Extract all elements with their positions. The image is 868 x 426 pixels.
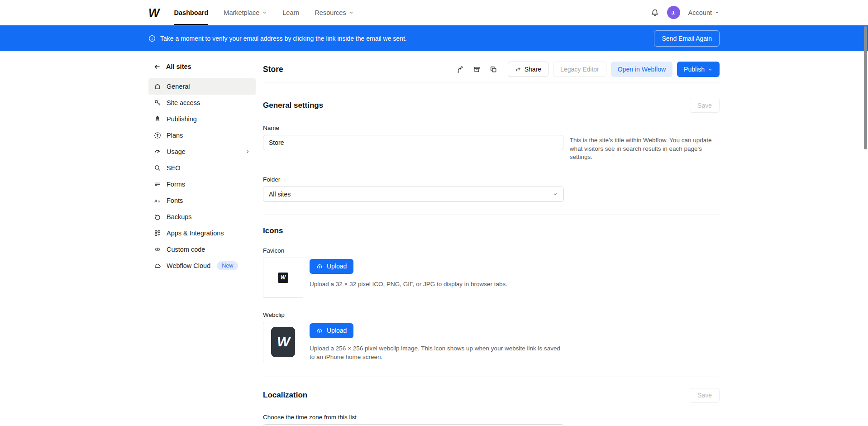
sidebar-item-seo[interactable]: SEO bbox=[148, 160, 256, 176]
search-icon bbox=[154, 164, 161, 172]
section-divider bbox=[263, 377, 720, 377]
nav-marketplace[interactable]: Marketplace bbox=[224, 0, 267, 25]
settings-sidebar: All sites General Site access Publishing… bbox=[148, 61, 256, 426]
localization-heading: Localization bbox=[263, 391, 307, 400]
general-save-button[interactable]: Save bbox=[690, 98, 720, 113]
email-verification-banner: Take a moment to verify your email addre… bbox=[0, 25, 868, 51]
nav-dashboard[interactable]: Dashboard bbox=[174, 0, 209, 25]
sidebar-items: General Site access Publishing Plans Usa… bbox=[148, 78, 256, 274]
section-divider bbox=[263, 215, 720, 215]
timezone-help-text: Time zone defaults to UTC, so setting it… bbox=[570, 424, 720, 426]
new-badge: New bbox=[217, 261, 238, 270]
site-toolbar: Share Legacy Editor Open in Webflow Publ… bbox=[454, 62, 720, 77]
webclip-image: W bbox=[271, 327, 295, 357]
chevron-down-icon bbox=[553, 191, 558, 197]
sidebar-item-fonts[interactable]: Aa Fonts bbox=[148, 192, 256, 209]
primary-nav: Dashboard Marketplace Learn Resources bbox=[174, 0, 354, 25]
upgrade-circle-icon bbox=[154, 132, 161, 139]
code-icon bbox=[154, 246, 161, 253]
site-settings-main: Store Share Legacy Editor Open in Webflo… bbox=[263, 61, 720, 426]
sidebar-item-apps-integrations[interactable]: Apps & Integrations bbox=[148, 225, 256, 241]
top-navigation: W Dashboard Marketplace Learn Resources … bbox=[0, 0, 868, 25]
name-label: Name bbox=[263, 124, 720, 131]
webflow-logo[interactable]: W bbox=[148, 7, 159, 19]
sidebar-item-backups[interactable]: Backups bbox=[148, 209, 256, 225]
general-settings-section: General settings Save Name This is the s… bbox=[263, 98, 720, 202]
arrow-left-icon bbox=[154, 63, 161, 70]
sidebar-item-publishing[interactable]: Publishing bbox=[148, 111, 256, 127]
notifications-button[interactable] bbox=[651, 9, 659, 17]
sidebar-item-forms[interactable]: Forms bbox=[148, 176, 256, 192]
form-lines-icon bbox=[154, 181, 161, 188]
publish-button[interactable]: Publish bbox=[677, 62, 720, 77]
apps-grid-icon bbox=[154, 230, 161, 237]
history-icon bbox=[154, 213, 161, 220]
account-menu[interactable]: Account bbox=[688, 9, 720, 16]
info-icon bbox=[148, 35, 156, 42]
legacy-editor-button[interactable]: Legacy Editor bbox=[553, 62, 606, 77]
chevron-down-icon bbox=[708, 67, 713, 72]
banner-message: Take a moment to verify your email addre… bbox=[160, 35, 407, 42]
folder-label: Folder bbox=[263, 176, 720, 183]
nav-resources[interactable]: Resources bbox=[315, 0, 353, 25]
webclip-label: Webclip bbox=[263, 311, 720, 318]
transfer-icon bbox=[456, 66, 464, 73]
favicon-preview: W bbox=[263, 258, 303, 298]
site-name-input[interactable] bbox=[263, 135, 563, 150]
home-icon bbox=[154, 83, 161, 90]
favicon-image: W bbox=[278, 273, 288, 283]
timezone-select[interactable]: [GMT+2:00] Europe/Paris bbox=[263, 424, 564, 426]
archive-icon bbox=[473, 66, 481, 73]
page-title: Store bbox=[263, 65, 283, 74]
avatar[interactable]: J. bbox=[667, 6, 680, 19]
duplicate-site-button[interactable] bbox=[487, 63, 500, 76]
svg-text:a: a bbox=[158, 199, 160, 203]
send-email-again-button[interactable]: Send Email Again bbox=[654, 30, 720, 47]
sidebar-item-general[interactable]: General bbox=[148, 78, 256, 95]
webclip-upload-button[interactable]: Upload bbox=[310, 323, 353, 338]
sidebar-item-plans[interactable]: Plans bbox=[148, 127, 256, 144]
timezone-label: Choose the time zone from this list bbox=[263, 414, 720, 421]
copy-icon bbox=[490, 66, 497, 73]
sidebar-item-usage[interactable]: Usage bbox=[148, 144, 256, 160]
transfer-site-button[interactable] bbox=[454, 63, 466, 76]
icons-heading: Icons bbox=[263, 226, 720, 235]
chevron-down-icon bbox=[262, 10, 267, 15]
upload-cloud-icon bbox=[316, 327, 323, 334]
sidebar-item-webflow-cloud[interactable]: Webflow Cloud New bbox=[148, 258, 256, 274]
sidebar-item-site-access[interactable]: Site access bbox=[148, 95, 256, 111]
open-in-webflow-button[interactable]: Open in Webflow bbox=[611, 62, 672, 77]
gauge-icon bbox=[154, 148, 161, 155]
chevron-right-icon bbox=[245, 149, 250, 154]
fonts-aa-icon: Aa bbox=[154, 197, 161, 204]
share-button[interactable]: Share bbox=[508, 62, 548, 77]
webclip-help-text: Upload a 256 × 256 pixel webclip image. … bbox=[310, 344, 563, 362]
key-icon bbox=[154, 99, 161, 106]
chevron-down-icon bbox=[715, 10, 720, 15]
general-settings-heading: General settings bbox=[263, 101, 323, 110]
name-help-text: This is the site's title within Webflow.… bbox=[570, 135, 720, 162]
sidebar-item-custom-code[interactable]: Custom code bbox=[148, 241, 256, 258]
icons-section: Icons Favicon W Upload Upload a 32 × 32 … bbox=[263, 226, 720, 362]
localization-save-button[interactable]: Save bbox=[690, 388, 720, 403]
cloud-icon bbox=[154, 262, 161, 269]
rocket-icon bbox=[154, 115, 161, 123]
page-scrollbar[interactable] bbox=[864, 26, 867, 149]
chevron-down-icon bbox=[349, 10, 354, 15]
favicon-help-text: Upload a 32 × 32 pixel ICO, PNG, GIF, or… bbox=[310, 280, 507, 289]
header-divider bbox=[263, 82, 720, 82]
svg-text:A: A bbox=[154, 198, 157, 203]
folder-select[interactable]: All sites bbox=[263, 187, 564, 202]
favicon-upload-button[interactable]: Upload bbox=[310, 259, 353, 274]
archive-site-button[interactable] bbox=[471, 63, 483, 76]
bell-icon bbox=[651, 9, 659, 17]
nav-learn[interactable]: Learn bbox=[282, 0, 299, 25]
back-to-all-sites[interactable]: All sites bbox=[148, 61, 256, 71]
upload-cloud-icon bbox=[316, 263, 323, 270]
localization-section: Localization Save Choose the time zone f… bbox=[263, 388, 720, 426]
favicon-label: Favicon bbox=[263, 247, 720, 254]
webclip-preview: W bbox=[263, 322, 303, 362]
share-arrow-icon bbox=[515, 66, 521, 72]
